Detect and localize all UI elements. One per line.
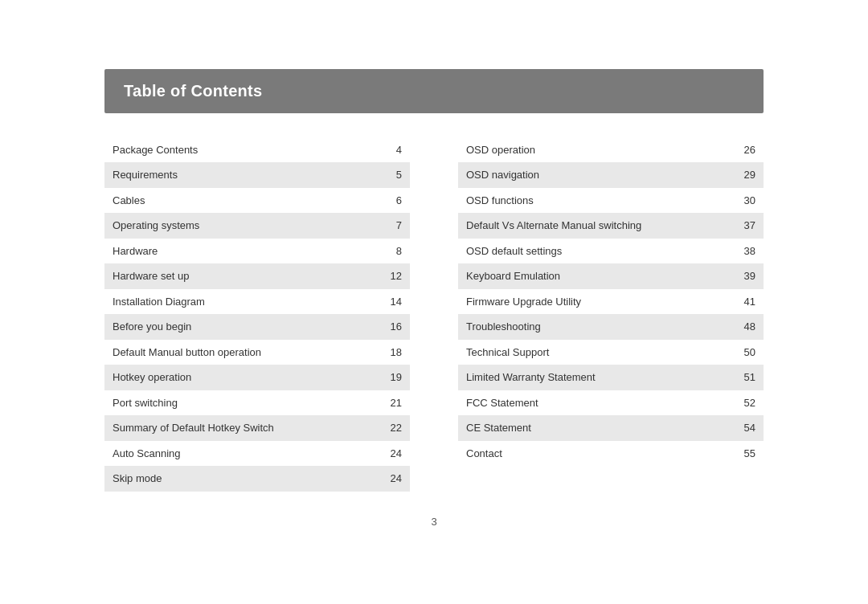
toc-label: CE Statement	[466, 420, 736, 436]
toc-page-number: 48	[744, 319, 755, 335]
toc-label: OSD default settings	[466, 243, 736, 259]
toc-page-number: 26	[744, 142, 755, 158]
toc-page-number: 24	[391, 446, 402, 462]
toc-label: Installation Diagram	[113, 294, 383, 310]
toc-page-number: 18	[391, 345, 402, 361]
toc-label: Requirements	[113, 167, 388, 183]
toc-row-left-13: Skip mode24	[104, 466, 410, 492]
toc-label: Hardware set up	[113, 268, 383, 284]
toc-label: OSD navigation	[466, 167, 736, 183]
toc-page-number: 19	[391, 369, 402, 386]
toc-page-number: 24	[391, 471, 402, 487]
toc-label: Default Vs Alternate Manual switching	[466, 218, 736, 234]
toc-page-number: 38	[744, 243, 755, 259]
toc-label: Summary of Default Hotkey Switch	[113, 420, 383, 436]
toc-label: Troubleshooting	[466, 319, 736, 335]
toc-page-number: 6	[396, 193, 402, 209]
toc-row-left-1: Requirements5	[104, 162, 410, 188]
toc-page-number: 50	[744, 345, 755, 361]
toc-row-left-0: Package Contents4	[104, 137, 410, 163]
toc-label: Limited Warranty Statement	[466, 369, 736, 386]
toc-row-left-10: Port switching21	[104, 390, 410, 416]
toc-page-number: 37	[744, 218, 755, 234]
toc-page-number: 8	[396, 243, 402, 259]
toc-row-right-12: Contact55	[458, 441, 764, 467]
toc-label: Package Contents	[113, 142, 388, 158]
toc-row-right-11: CE Statement54	[458, 415, 764, 441]
toc-page-number: 7	[396, 218, 402, 234]
toc-row-right-5: Keyboard Emulation39	[458, 263, 764, 289]
toc-page-number: 4	[396, 142, 402, 158]
toc-page-number: 5	[396, 167, 402, 183]
toc-page-number: 52	[744, 395, 755, 411]
toc-row-left-8: Default Manual button operation18	[104, 340, 410, 365]
toc-label: FCC Statement	[466, 395, 736, 411]
toc-label: OSD operation	[466, 142, 736, 158]
toc-page-number: 30	[744, 193, 755, 209]
toc-label: Default Manual button operation	[113, 345, 383, 361]
left-column: Package Contents4Requirements5Cables6Ope…	[104, 137, 410, 492]
toc-row-right-10: FCC Statement52	[458, 390, 764, 416]
toc-label: Skip mode	[113, 471, 383, 487]
toc-page-number: 12	[391, 268, 402, 284]
toc-page-number: 41	[744, 294, 755, 310]
page-container: Table of Contents Package Contents4Requi…	[72, 45, 796, 560]
page-number: 3	[431, 516, 436, 528]
toc-page-number: 39	[744, 268, 755, 284]
toc-row-right-0: OSD operation26	[458, 137, 764, 163]
content-area: Package Contents4Requirements5Cables6Ope…	[104, 137, 764, 492]
toc-row-right-6: Firmware Upgrade Utility41	[458, 289, 764, 315]
header-bar: Table of Contents	[104, 69, 764, 113]
toc-page-number: 22	[391, 420, 402, 436]
toc-page-number: 54	[744, 420, 755, 436]
toc-row-right-4: OSD default settings38	[458, 239, 764, 264]
toc-page-number: 29	[744, 167, 755, 183]
toc-row-right-7: Troubleshooting48	[458, 314, 764, 340]
toc-row-left-6: Installation Diagram14	[104, 289, 410, 315]
toc-label: Operating systems	[113, 218, 388, 234]
toc-row-right-2: OSD functions30	[458, 188, 764, 214]
toc-label: Auto Scanning	[113, 446, 383, 462]
toc-row-left-4: Hardware8	[104, 239, 410, 264]
toc-label: Before you begin	[113, 319, 383, 335]
toc-page-number: 51	[744, 369, 755, 386]
right-column: OSD operation26OSD navigation29OSD funct…	[458, 137, 764, 492]
toc-page-number: 16	[391, 319, 402, 335]
toc-page-number: 21	[391, 395, 402, 411]
toc-label: Technical Support	[466, 345, 736, 361]
toc-row-left-2: Cables6	[104, 188, 410, 214]
toc-row-left-12: Auto Scanning24	[104, 441, 410, 467]
toc-row-right-8: Technical Support50	[458, 340, 764, 365]
toc-label: Contact	[466, 446, 736, 462]
toc-label: Hotkey operation	[113, 369, 383, 386]
toc-label: Cables	[113, 193, 388, 209]
page-title: Table of Contents	[124, 82, 263, 100]
toc-label: Hardware	[113, 243, 388, 259]
toc-row-right-9: Limited Warranty Statement51	[458, 365, 764, 390]
toc-row-left-9: Hotkey operation19	[104, 365, 410, 390]
toc-page-number: 55	[744, 446, 755, 462]
toc-row-right-3: Default Vs Alternate Manual switching37	[458, 213, 764, 239]
toc-row-left-7: Before you begin16	[104, 314, 410, 340]
toc-row-left-3: Operating systems7	[104, 213, 410, 239]
toc-row-right-1: OSD navigation29	[458, 162, 764, 188]
toc-label: Port switching	[113, 395, 383, 411]
toc-label: OSD functions	[466, 193, 736, 209]
toc-row-left-5: Hardware set up12	[104, 263, 410, 289]
toc-label: Keyboard Emulation	[466, 268, 736, 284]
page-footer: 3	[104, 516, 764, 528]
toc-row-left-11: Summary of Default Hotkey Switch22	[104, 415, 410, 441]
toc-page-number: 14	[391, 294, 402, 310]
toc-label: Firmware Upgrade Utility	[466, 294, 736, 310]
